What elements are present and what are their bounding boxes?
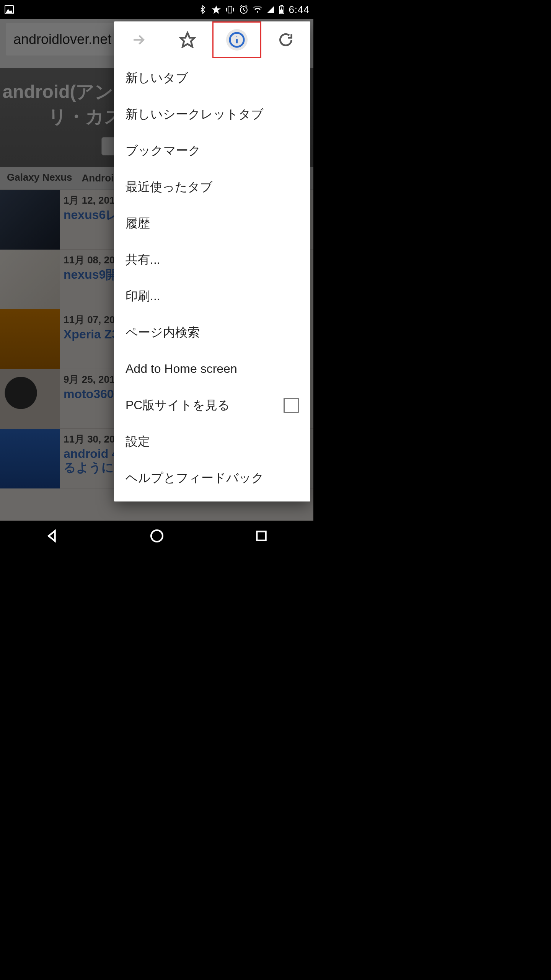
svg-marker-2 [212,5,221,14]
svg-point-18 [151,530,163,542]
cellular-icon [266,5,275,14]
nav-back-icon[interactable] [45,528,60,544]
bluetooth-icon [198,5,207,14]
bookmark-star-button[interactable] [163,21,212,58]
star-outline-icon [179,31,196,48]
star-icon [211,5,221,15]
android-navbar [0,521,313,551]
forward-button[interactable] [114,21,163,58]
svg-marker-8 [267,6,274,13]
menu-new-incognito[interactable]: 新しいシークレットタブ [114,96,310,132]
vibrate-icon [225,5,235,15]
screenshot-icon [4,4,15,15]
nav-home-icon[interactable] [149,528,165,544]
chrome-overflow-menu: 新しいタブ 新しいシークレットタブ ブックマーク 最近使ったタブ 履歴 共有..… [114,21,310,501]
page-info-button[interactable] [212,21,261,58]
clock-text: 6:44 [289,4,310,16]
menu-share[interactable]: 共有... [114,242,310,278]
menu-recent-tabs[interactable]: 最近使ったタブ [114,169,310,205]
svg-marker-1 [6,9,13,13]
menu-help-feedback[interactable]: ヘルプとフィードバック [114,460,310,496]
menu-print[interactable]: 印刷... [114,278,310,314]
desktop-site-checkbox[interactable] [284,398,299,413]
menu-new-tab[interactable]: 新しいタブ [114,60,310,96]
menu-history[interactable]: 履歴 [114,205,310,242]
android-statusbar: 6:44 [0,0,313,19]
svg-point-16 [236,36,237,37]
wifi-icon [253,5,262,15]
menu-find-in-page[interactable]: ページ内検索 [114,314,310,351]
menu-desktop-site[interactable]: PC版サイトを見る [114,387,310,423]
reload-button[interactable] [261,21,310,58]
menu-settings[interactable]: 設定 [114,423,310,460]
menu-bookmarks[interactable]: ブックマーク [114,132,310,169]
battery-icon [279,5,285,15]
svg-point-7 [257,11,258,13]
arrow-right-icon [130,31,147,48]
reload-icon [277,31,294,48]
svg-rect-10 [280,5,283,6]
alarm-icon [239,5,249,15]
svg-rect-3 [228,6,232,13]
nav-recents-icon[interactable] [254,528,269,544]
info-icon [228,31,245,48]
menu-add-to-home[interactable]: Add to Home screen [114,351,310,387]
svg-marker-13 [181,33,195,47]
svg-marker-17 [49,531,55,541]
svg-rect-19 [257,531,266,540]
